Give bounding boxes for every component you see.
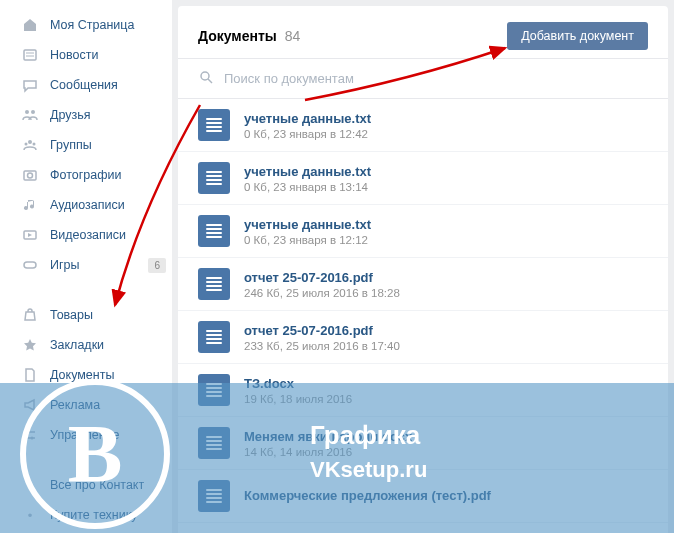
sidebar-item-photos[interactable]: Фотографии	[0, 160, 172, 190]
document-subtitle: 0 Кб, 23 января в 12:42	[244, 128, 371, 140]
document-meta: учетные данные.txt0 Кб, 23 января в 12:1…	[244, 217, 371, 246]
document-title: Меняем явки пароли.docx	[244, 429, 412, 444]
sidebar-item-manage[interactable]: Управление	[0, 420, 172, 450]
sidebar-item-label: Закладки	[50, 338, 104, 352]
document-subtitle: 19 Кб, 18 июля 2016	[244, 393, 352, 405]
document-subtitle: 0 Кб, 23 января в 13:14	[244, 181, 371, 193]
video-icon	[20, 225, 40, 245]
sidebar-item-label: Друзья	[50, 108, 91, 122]
document-meta: Коммерческие предложения (тест).pdf	[244, 488, 491, 505]
svg-point-14	[27, 431, 30, 434]
file-icon	[198, 162, 230, 194]
sidebar-item-label: Реклама	[50, 398, 100, 412]
document-row[interactable]: Коммерческие предложения (тест).pdf	[178, 470, 668, 523]
document-meta: отчет 25-07-2016.pdf233 Кб, 25 июля 2016…	[244, 323, 400, 352]
search-row	[178, 59, 668, 99]
sidebar-item-label: Фотографии	[50, 168, 121, 182]
sidebar-item-video[interactable]: Видеозаписи	[0, 220, 172, 250]
bullet-icon: •	[20, 475, 40, 495]
sidebar-item-audio[interactable]: Аудиозаписи	[0, 190, 172, 220]
sidebar-item-games[interactable]: Игры 6	[0, 250, 172, 280]
svg-point-5	[28, 140, 32, 144]
sidebar-item-label: Товары	[50, 308, 93, 322]
gamepad-icon	[20, 255, 40, 275]
sidebar-item-label: Купите технику	[50, 508, 138, 522]
sliders-icon	[20, 425, 40, 445]
document-title: учетные данные.txt	[244, 111, 371, 126]
sidebar-item-label: Новости	[50, 48, 98, 62]
sidebar-item-label: Аудиозаписи	[50, 198, 125, 212]
sidebar-item-groups[interactable]: Группы	[0, 130, 172, 160]
messages-icon	[20, 75, 40, 95]
sidebar-item-label: Документы	[50, 368, 114, 382]
document-row[interactable]: Меняем явки пароли.docx14 Кб, 14 июля 20…	[178, 417, 668, 470]
camera-icon	[20, 165, 40, 185]
sidebar-item-promo-2[interactable]: • Купите технику	[0, 500, 172, 530]
document-row[interactable]: учетные данные.txt0 Кб, 23 января в 12:4…	[178, 99, 668, 152]
bullet-icon: •	[20, 505, 40, 525]
sidebar-item-label: Моя Страница	[50, 18, 134, 32]
search-input[interactable]	[224, 71, 648, 86]
document-title: ТЗ.docx	[244, 376, 352, 391]
svg-point-15	[31, 437, 34, 440]
sidebar-item-bookmarks[interactable]: Закладки	[0, 330, 172, 360]
sidebar-item-label: Видеозаписи	[50, 228, 126, 242]
document-meta: отчет 25-07-2016.pdf246 Кб, 25 июля 2016…	[244, 270, 400, 299]
sidebar: Моя Страница Новости Сообщения Друзья Гр…	[0, 0, 172, 533]
news-icon	[20, 45, 40, 65]
bag-icon	[20, 305, 40, 325]
file-icon	[198, 215, 230, 247]
add-document-button[interactable]: Добавить документ	[507, 22, 648, 50]
document-title: Коммерческие предложения (тест).pdf	[244, 488, 491, 503]
svg-rect-0	[24, 50, 36, 60]
document-title: отчет 25-07-2016.pdf	[244, 323, 400, 338]
sidebar-item-label: Управление	[50, 428, 120, 442]
file-icon	[198, 480, 230, 512]
svg-line-17	[208, 79, 212, 83]
svg-rect-11	[24, 262, 36, 268]
document-subtitle: 246 Кб, 25 июля 2016 в 18:28	[244, 287, 400, 299]
svg-point-3	[25, 110, 29, 114]
document-subtitle: 14 Кб, 14 июля 2016	[244, 446, 412, 458]
sidebar-item-ads[interactable]: Реклама	[0, 390, 172, 420]
document-meta: ТЗ.docx19 Кб, 18 июля 2016	[244, 376, 352, 405]
games-badge: 6	[148, 258, 166, 273]
svg-point-4	[31, 110, 35, 114]
document-title: отчет 25-07-2016.pdf	[244, 270, 400, 285]
document-row[interactable]: учетные данные.txt0 Кб, 23 января в 13:1…	[178, 152, 668, 205]
document-subtitle: 0 Кб, 23 января в 12:12	[244, 234, 371, 246]
sidebar-item-friends[interactable]: Друзья	[0, 100, 172, 130]
svg-point-16	[201, 72, 209, 80]
document-title: учетные данные.txt	[244, 164, 371, 179]
svg-point-6	[25, 143, 28, 146]
star-icon	[20, 335, 40, 355]
document-meta: Меняем явки пароли.docx14 Кб, 14 июля 20…	[244, 429, 412, 458]
page-title: Документы	[198, 28, 277, 44]
sidebar-item-documents[interactable]: Документы	[0, 360, 172, 390]
file-icon	[198, 109, 230, 141]
sidebar-item-label: Игры	[50, 258, 79, 272]
document-meta: учетные данные.txt0 Кб, 23 января в 12:4…	[244, 111, 371, 140]
groups-icon	[20, 135, 40, 155]
document-row[interactable]: учетные данные.txt0 Кб, 23 января в 12:1…	[178, 205, 668, 258]
svg-point-9	[28, 173, 33, 178]
svg-point-7	[33, 143, 36, 146]
file-icon	[198, 427, 230, 459]
sidebar-item-news[interactable]: Новости	[0, 40, 172, 70]
file-icon	[198, 321, 230, 353]
document-row[interactable]: отчет 25-07-2016.pdf246 Кб, 25 июля 2016…	[178, 258, 668, 311]
megaphone-icon	[20, 395, 40, 415]
document-title: учетные данные.txt	[244, 217, 371, 232]
doc-count: 84	[285, 28, 301, 44]
sidebar-item-my-page[interactable]: Моя Страница	[0, 10, 172, 40]
home-icon	[20, 15, 40, 35]
document-row[interactable]: отчет 25-07-2016.pdf233 Кб, 25 июля 2016…	[178, 311, 668, 364]
page-header: Документы 84 Добавить документ	[178, 6, 668, 59]
sidebar-item-label: Сообщения	[50, 78, 118, 92]
document-meta: учетные данные.txt0 Кб, 23 января в 13:1…	[244, 164, 371, 193]
sidebar-item-market[interactable]: Товары	[0, 300, 172, 330]
sidebar-item-messages[interactable]: Сообщения	[0, 70, 172, 100]
document-row[interactable]: ТЗ.docx19 Кб, 18 июля 2016	[178, 364, 668, 417]
music-icon	[20, 195, 40, 215]
sidebar-item-promo-1[interactable]: • Все про Контакт	[0, 470, 172, 500]
